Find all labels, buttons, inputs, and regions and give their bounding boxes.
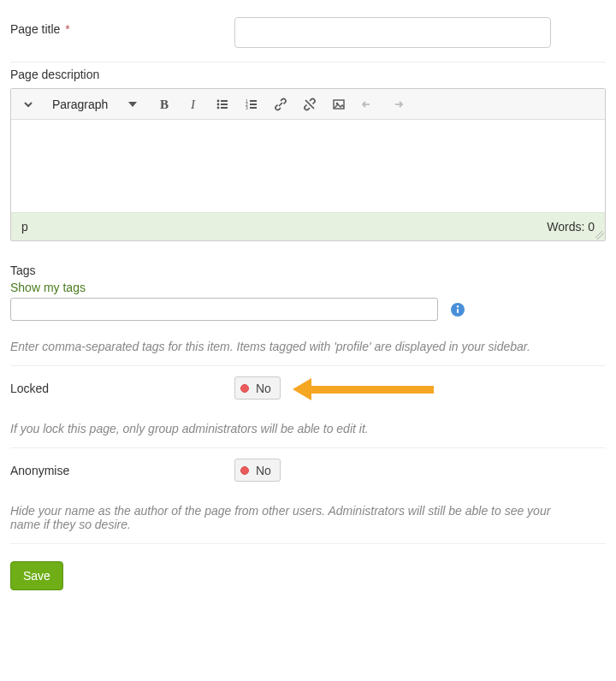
toolbar-expand-icon[interactable] <box>15 92 42 116</box>
tags-label: Tags <box>10 264 606 277</box>
image-icon[interactable] <box>325 92 352 116</box>
resize-handle-icon[interactable] <box>595 231 604 240</box>
bold-icon[interactable]: B <box>151 92 178 116</box>
anonymise-toggle[interactable]: No <box>234 459 281 482</box>
undo-icon[interactable] <box>354 92 382 116</box>
description-textarea[interactable] <box>11 120 605 212</box>
format-dropdown[interactable]: Paragraph <box>45 92 144 116</box>
save-button[interactable]: Save <box>10 561 63 590</box>
required-indicator: * <box>65 22 69 36</box>
section-divider <box>10 365 606 366</box>
editor-word-count: Words: 0 <box>547 220 595 234</box>
show-my-tags-link[interactable]: Show my tags <box>10 281 86 294</box>
section-divider <box>10 543 606 544</box>
svg-rect-13 <box>250 107 257 109</box>
svg-point-6 <box>217 106 220 109</box>
toggle-off-indicator-icon <box>240 466 249 475</box>
numbered-list-icon[interactable]: 123 <box>238 92 265 116</box>
tags-input[interactable] <box>10 298 438 321</box>
section-divider <box>10 447 606 448</box>
anonymise-label: Anonymise <box>10 459 234 477</box>
chevron-down-icon <box>128 102 137 107</box>
locked-label: Locked <box>10 376 234 395</box>
bullet-list-icon[interactable] <box>209 92 236 116</box>
svg-text:I: I <box>190 98 196 111</box>
svg-point-19 <box>457 305 459 307</box>
toggle-off-indicator-icon <box>240 384 249 393</box>
locked-toggle[interactable]: No <box>234 376 281 400</box>
section-divider <box>10 62 606 62</box>
rich-text-editor: Paragraph B I 123 <box>10 88 606 241</box>
locked-help-text: If you lock this page, only group admini… <box>10 422 606 435</box>
tags-help-text: Enter comma-separated tags for this item… <box>10 340 606 353</box>
editor-toolbar: Paragraph B I 123 <box>11 89 605 120</box>
locked-toggle-label: No <box>256 382 271 395</box>
svg-rect-11 <box>250 104 257 105</box>
svg-text:3: 3 <box>246 105 248 110</box>
svg-line-14 <box>305 100 314 109</box>
editor-status-bar: p Words: 0 <box>11 212 605 240</box>
page-title-input[interactable] <box>234 17 551 48</box>
anonymise-toggle-label: No <box>256 464 271 477</box>
info-icon[interactable] <box>450 302 465 317</box>
svg-rect-3 <box>221 100 228 102</box>
unlink-icon[interactable] <box>296 92 323 116</box>
svg-rect-5 <box>221 104 228 105</box>
link-icon[interactable] <box>267 92 294 116</box>
svg-point-2 <box>217 99 220 102</box>
redo-icon[interactable] <box>383 92 411 116</box>
italic-icon[interactable]: I <box>180 92 207 116</box>
page-title-label: Page title <box>10 22 60 36</box>
anonymise-help-text: Hide your name as the author of the page… <box>10 504 558 531</box>
svg-point-4 <box>217 103 220 105</box>
svg-rect-9 <box>250 100 257 102</box>
editor-path-display: p <box>21 220 28 234</box>
svg-rect-18 <box>457 309 459 313</box>
svg-rect-7 <box>221 107 228 109</box>
callout-arrow-icon <box>293 378 434 399</box>
page-description-label: Page description <box>10 64 606 81</box>
format-dropdown-label: Paragraph <box>52 98 108 111</box>
svg-text:B: B <box>160 98 169 111</box>
